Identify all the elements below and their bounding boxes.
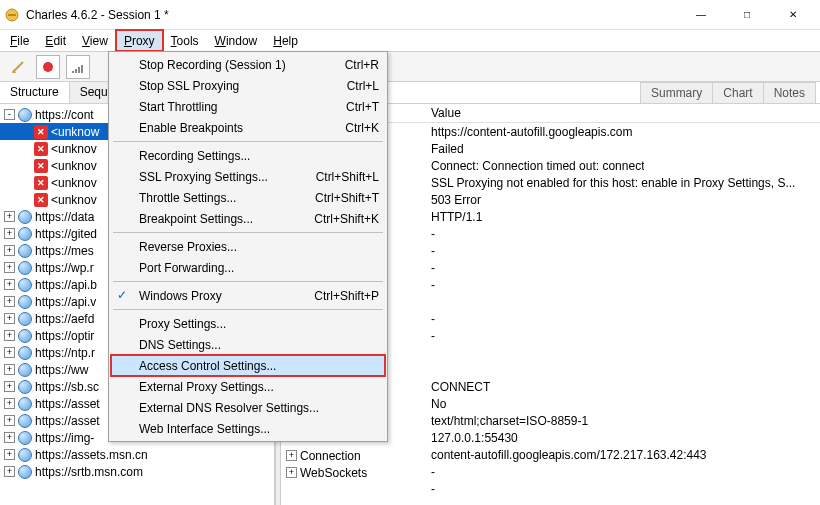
menu-separator bbox=[113, 309, 383, 310]
detail-value: https://content-autofill.googleapis.com bbox=[431, 125, 632, 139]
expander-icon[interactable]: + bbox=[4, 432, 15, 443]
menu-item-label: Reverse Proxies... bbox=[139, 240, 379, 254]
menu-item[interactable]: Web Interface Settings... bbox=[111, 418, 385, 439]
menu-item[interactable]: Stop Recording (Session 1)Ctrl+R bbox=[111, 54, 385, 75]
expander-icon[interactable]: + bbox=[4, 347, 15, 358]
throttle-icon[interactable] bbox=[66, 55, 90, 79]
maximize-button[interactable]: □ bbox=[724, 0, 770, 30]
detail-value-row: - bbox=[281, 480, 820, 497]
menu-tools[interactable]: Tools bbox=[163, 30, 207, 51]
menu-item[interactable]: External Proxy Settings... bbox=[111, 376, 385, 397]
expander-icon[interactable]: - bbox=[4, 109, 15, 120]
menu-item-label: SSL Proxying Settings... bbox=[139, 170, 316, 184]
menu-item[interactable]: Reverse Proxies... bbox=[111, 236, 385, 257]
tab-notes[interactable]: Notes bbox=[763, 82, 816, 103]
menu-item-accel: Ctrl+R bbox=[345, 58, 379, 72]
menu-item[interactable]: DNS Settings... bbox=[111, 334, 385, 355]
menu-item-label: Enable Breakpoints bbox=[139, 121, 345, 135]
expander-icon[interactable]: + bbox=[4, 228, 15, 239]
detail-value: Failed bbox=[431, 142, 464, 156]
tab-structure[interactable]: Structure bbox=[0, 82, 70, 103]
menu-item-label: Proxy Settings... bbox=[139, 317, 379, 331]
menu-item[interactable]: Throttle Settings...Ctrl+Shift+T bbox=[111, 187, 385, 208]
close-button[interactable]: ✕ bbox=[770, 0, 816, 30]
tree-label: https://asset bbox=[35, 414, 100, 428]
menu-item[interactable]: SSL Proxying Settings...Ctrl+Shift+L bbox=[111, 166, 385, 187]
menu-item[interactable]: Start ThrottlingCtrl+T bbox=[111, 96, 385, 117]
menu-item-label: DNS Settings... bbox=[139, 338, 379, 352]
menu-separator bbox=[113, 232, 383, 233]
svg-rect-5 bbox=[78, 67, 80, 73]
expander-icon[interactable]: + bbox=[4, 330, 15, 341]
menu-window[interactable]: Window bbox=[207, 30, 266, 51]
menu-item[interactable]: ✓Windows ProxyCtrl+Shift+P bbox=[111, 285, 385, 306]
menu-item-label: Recording Settings... bbox=[139, 149, 379, 163]
tree-label: <unknov bbox=[51, 159, 97, 173]
menu-item[interactable]: Breakpoint Settings...Ctrl+Shift+K bbox=[111, 208, 385, 229]
menu-item[interactable]: Access Control Settings... bbox=[111, 355, 385, 376]
tab-summary[interactable]: Summary bbox=[640, 82, 713, 103]
tree-label: https://img- bbox=[35, 431, 94, 445]
expander-icon[interactable]: + bbox=[4, 211, 15, 222]
menu-proxy[interactable]: Proxy bbox=[116, 30, 163, 51]
record-icon[interactable] bbox=[36, 55, 60, 79]
menu-item-label: Access Control Settings... bbox=[139, 359, 379, 373]
menu-item-label: Windows Proxy bbox=[139, 289, 314, 303]
tree-label: <unknov bbox=[51, 176, 97, 190]
expander-icon[interactable]: + bbox=[4, 279, 15, 290]
expander-icon[interactable]: + bbox=[4, 364, 15, 375]
expander-icon[interactable]: + bbox=[4, 398, 15, 409]
minimize-button[interactable]: — bbox=[678, 0, 724, 30]
tree-label: https://data bbox=[35, 210, 94, 224]
detail-value: - bbox=[431, 482, 435, 496]
globe-icon bbox=[18, 448, 32, 462]
menu-help[interactable]: Help bbox=[265, 30, 306, 51]
detail-value: Connect: Connection timed out: connect bbox=[431, 159, 644, 173]
detail-key-row[interactable]: + Connection bbox=[282, 447, 432, 464]
tab-chart[interactable]: Chart bbox=[712, 82, 763, 103]
menu-item[interactable]: Proxy Settings... bbox=[111, 313, 385, 334]
menu-item-label: External Proxy Settings... bbox=[139, 380, 379, 394]
expander-icon[interactable]: + bbox=[4, 313, 15, 324]
expander-icon[interactable]: + bbox=[4, 449, 15, 460]
globe-icon bbox=[18, 363, 32, 377]
menu-item[interactable]: Enable BreakpointsCtrl+K bbox=[111, 117, 385, 138]
detail-value: 127.0.0.1:55430 bbox=[431, 431, 518, 445]
expander-icon[interactable]: + bbox=[4, 296, 15, 307]
app-icon bbox=[4, 7, 20, 23]
menu-file[interactable]: File bbox=[2, 30, 37, 51]
error-icon: ✕ bbox=[34, 159, 48, 173]
svg-rect-6 bbox=[81, 65, 83, 73]
menu-item-accel: Ctrl+Shift+K bbox=[314, 212, 379, 226]
detail-key-row[interactable]: + WebSockets bbox=[282, 464, 432, 481]
menu-item-label: Port Forwarding... bbox=[139, 261, 379, 275]
menu-view[interactable]: View bbox=[74, 30, 116, 51]
menu-item[interactable]: External DNS Resolver Settings... bbox=[111, 397, 385, 418]
error-icon: ✕ bbox=[34, 193, 48, 207]
expander-icon[interactable]: + bbox=[286, 450, 297, 461]
menu-item[interactable]: Port Forwarding... bbox=[111, 257, 385, 278]
tree-host-row[interactable]: +https://srtb.msn.com bbox=[0, 463, 274, 480]
expander-icon[interactable]: + bbox=[4, 262, 15, 273]
menu-separator bbox=[113, 281, 383, 282]
menu-edit[interactable]: Edit bbox=[37, 30, 74, 51]
tree-label: https://aefd bbox=[35, 312, 94, 326]
expander-icon[interactable]: + bbox=[4, 381, 15, 392]
detail-value: content-autofill.googleapis.com/172.217.… bbox=[431, 448, 707, 462]
globe-icon bbox=[18, 380, 32, 394]
globe-icon bbox=[18, 210, 32, 224]
tree-label: https://ww bbox=[35, 363, 88, 377]
detail-value: 503 Error bbox=[431, 193, 481, 207]
expander-icon[interactable]: + bbox=[4, 245, 15, 256]
globe-icon bbox=[18, 431, 32, 445]
expander-icon[interactable]: + bbox=[4, 466, 15, 477]
expander-icon[interactable]: + bbox=[4, 415, 15, 426]
tree-host-row[interactable]: +https://assets.msn.cn bbox=[0, 446, 274, 463]
broom-icon[interactable] bbox=[6, 55, 30, 79]
menu-item[interactable]: Recording Settings... bbox=[111, 145, 385, 166]
expander-icon[interactable]: + bbox=[286, 467, 297, 478]
globe-icon bbox=[18, 244, 32, 258]
proxy-menu-dropdown: Stop Recording (Session 1)Ctrl+RStop SSL… bbox=[108, 51, 388, 442]
menu-item[interactable]: Stop SSL ProxyingCtrl+L bbox=[111, 75, 385, 96]
tree-label: https://wp.r bbox=[35, 261, 94, 275]
